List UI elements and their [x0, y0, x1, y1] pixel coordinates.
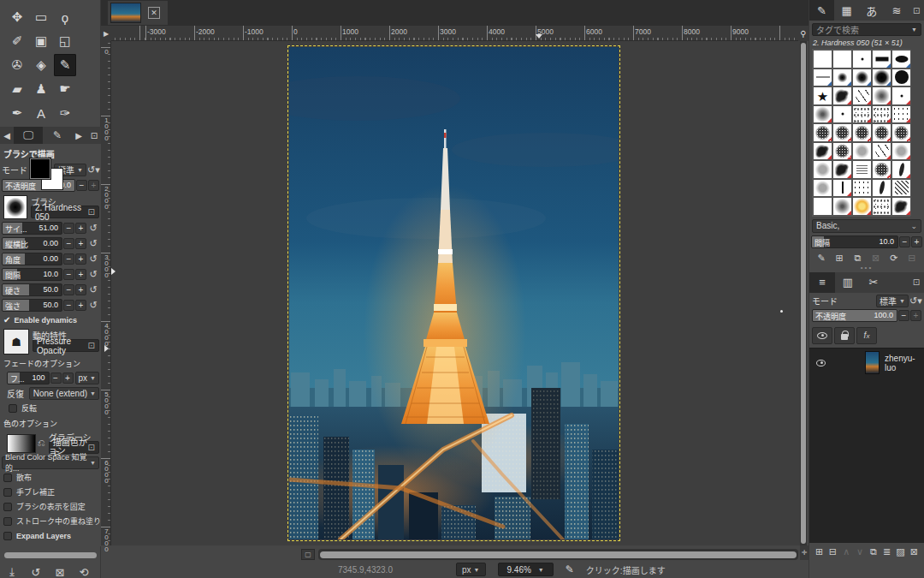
opacity-plus-button[interactable]: + — [88, 180, 99, 191]
brush-item-28[interactable] — [872, 142, 891, 161]
slider-minus-button[interactable]: − — [63, 284, 74, 295]
brush-item-10[interactable] — [813, 86, 832, 105]
layer-mode-dropdown[interactable]: 標準▼ — [876, 295, 909, 307]
brush-item-24[interactable] — [891, 123, 911, 142]
vertical-scrollbar[interactable] — [800, 41, 807, 545]
lower-layer-button[interactable]: ∨ — [854, 545, 867, 558]
gradient-thumbnail[interactable] — [7, 434, 36, 453]
paintbrush-tool-button[interactable]: ✎ — [54, 54, 76, 76]
ruler-corner-button[interactable]: ▶ — [101, 26, 111, 41]
tab-tool-options[interactable]: 🖵 — [14, 127, 43, 144]
dock-menu-icon[interactable]: ⊡ — [87, 131, 101, 140]
brush-spacing-slider[interactable]: 間隔 10.0 — [811, 235, 898, 248]
raise-layer-button[interactable]: ∧ — [840, 545, 853, 558]
transform-tool-button[interactable]: ◱ — [54, 30, 76, 52]
layer-mode-switch-icon[interactable]: ↺▾ — [909, 295, 921, 307]
brush-item-27[interactable] — [852, 142, 872, 161]
slider-reset-icon[interactable]: ↺ — [87, 284, 99, 295]
blend-space-dropdown[interactable]: Blend Color Space 知覚的... ▼ — [2, 456, 99, 469]
brush-item-6[interactable] — [832, 69, 852, 87]
brush-item-1[interactable] — [832, 50, 852, 69]
brush-item-44[interactable] — [891, 197, 911, 216]
zoom-corner-icon[interactable]: ⚲ — [798, 26, 808, 41]
lock-alpha-button[interactable]: fx — [856, 327, 877, 344]
brush-item-33[interactable] — [872, 160, 891, 179]
brush-item-3[interactable] — [872, 50, 891, 69]
crop-tool-button[interactable]: ▣ — [30, 30, 52, 52]
save-preset-button[interactable]: ⤓ — [3, 564, 21, 578]
brush-item-42[interactable] — [852, 197, 872, 216]
slider-reset-icon[interactable]: ↺ — [87, 269, 99, 280]
image-tab[interactable]: ✕ — [108, 1, 168, 25]
option-checkbox-row-1[interactable]: 手ブレ補正 — [0, 485, 101, 499]
brush-item-2[interactable] — [852, 50, 872, 69]
slider-minus-button[interactable]: − — [63, 253, 74, 265]
brush-item-20[interactable] — [813, 123, 832, 142]
brush-item-26[interactable] — [832, 142, 852, 161]
open-as-image-button[interactable]: ⊟ — [905, 252, 919, 265]
brush-item-5[interactable] — [813, 69, 832, 87]
brush-slider[interactable]: 縦横比0.00 — [2, 237, 62, 250]
slider-reset-icon[interactable]: ↺ — [87, 300, 99, 311]
checkbox[interactable] — [3, 474, 12, 482]
brushes-tab[interactable]: ✎ — [809, 0, 834, 21]
fonts-tab[interactable]: あ — [859, 0, 884, 21]
fade-unit-dropdown[interactable]: px▼ — [75, 372, 100, 384]
option-checkbox-row-3[interactable]: ストローク中の重ね塗り — [0, 514, 101, 528]
canvas-area[interactable] — [111, 41, 800, 545]
brush-item-7[interactable] — [852, 69, 872, 87]
brush-slider[interactable]: 角度0.00 — [2, 253, 62, 265]
brush-item-36[interactable] — [832, 179, 852, 198]
handle-transform-tool-button[interactable]: ✇ — [6, 54, 28, 76]
opacity-minus-button[interactable]: − — [76, 180, 87, 191]
fade-length-slider[interactable]: フ... 100 — [7, 372, 50, 384]
checkbox[interactable] — [3, 488, 12, 497]
brush-item-43[interactable] — [872, 197, 891, 216]
checkbox[interactable] — [3, 517, 12, 526]
slider-plus-button[interactable]: + — [75, 253, 86, 265]
brush-slider[interactable]: 強さ50.0 — [2, 299, 62, 312]
checkbox[interactable] — [3, 503, 12, 511]
reverse-row[interactable]: 反転 — [0, 401, 101, 415]
delete-brush-button[interactable]: ⊠ — [869, 252, 883, 265]
option-checkbox-row-2[interactable]: ブラシの表示を固定 — [0, 499, 101, 514]
mode-reset-icon[interactable]: ↺▾ — [87, 164, 99, 176]
brush-item-25[interactable] — [813, 142, 832, 161]
dock-menu-icon[interactable]: ⊡ — [909, 6, 924, 15]
fade-minus-button[interactable]: − — [50, 372, 62, 384]
brush-item-11[interactable] — [832, 86, 852, 105]
enable-dynamics-row[interactable]: ✔ Enable dynamics — [0, 313, 101, 327]
slider-plus-button[interactable]: + — [75, 269, 86, 280]
brush-item-16[interactable] — [832, 105, 852, 124]
brush-group-dropdown[interactable]: Basic, ⌄ — [812, 219, 921, 233]
layer-opacity-plus-button[interactable]: + — [910, 310, 921, 321]
brush-item-40[interactable] — [813, 197, 832, 216]
brush-thumbnail[interactable] — [3, 195, 27, 219]
dock-next-icon[interactable]: ▶ — [72, 131, 86, 140]
image-layer[interactable] — [289, 47, 619, 539]
lock-pixels-button[interactable] — [812, 327, 832, 344]
brush-name-field[interactable]: 2. Hardness 050 ⊡ — [31, 206, 99, 218]
new-group-button[interactable]: ⊟ — [826, 545, 839, 558]
foreground-color-swatch[interactable] — [29, 158, 51, 180]
checkbox[interactable] — [3, 532, 12, 540]
new-layer-button[interactable]: ⊞ — [813, 545, 826, 558]
navigation-button[interactable]: ✛ — [800, 545, 808, 560]
move-tool-button[interactable]: ✥ — [6, 6, 28, 28]
clone-tool-button[interactable]: ♟ — [30, 78, 52, 100]
restore-preset-button[interactable]: ↺ — [27, 564, 45, 578]
alignment-tool-button[interactable]: ✐ — [6, 30, 28, 52]
patterns-tab[interactable]: ▦ — [834, 0, 859, 21]
brush-item-37[interactable] — [852, 179, 872, 198]
text-tool-button[interactable]: A — [30, 102, 52, 124]
dynamics-picker-icon[interactable]: ⊡ — [88, 341, 95, 350]
brush-item-30[interactable] — [813, 160, 832, 179]
horizontal-scrollbar[interactable] — [318, 549, 798, 560]
brush-item-34[interactable] — [891, 160, 911, 179]
zoom-dropdown[interactable]: 9.46%▼ — [498, 563, 554, 576]
bucket-fill-tool-button[interactable]: ◈ — [30, 54, 52, 76]
reset-options-button[interactable]: ⟲ — [74, 564, 93, 578]
brush-item-12[interactable] — [852, 86, 872, 105]
slider-reset-icon[interactable]: ↺ — [87, 223, 99, 234]
brush-item-32[interactable] — [852, 160, 872, 179]
